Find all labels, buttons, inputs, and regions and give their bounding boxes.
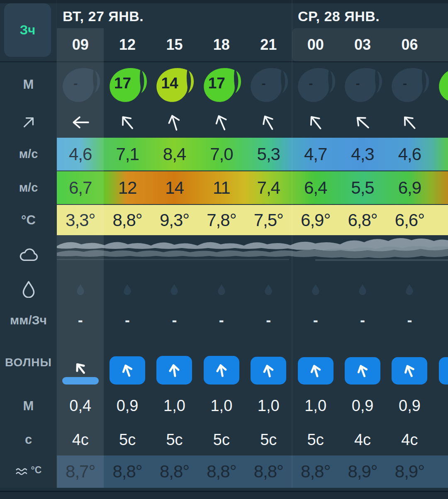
hour-cell[interactable]: 15 [151,28,198,61]
water-temp-cell[interactable]: 8,8° [292,455,339,488]
wave-dir-cell[interactable] [386,337,433,388]
kite-cell[interactable] [433,62,448,107]
wave-dir-cell[interactable] [245,337,292,388]
wind-gust-cell[interactable]: 11 [198,171,245,204]
wave-height-cell[interactable]: 1,0 [151,388,198,424]
wave-dir-cell[interactable] [57,337,104,388]
hour-cell[interactable]: 03 [339,28,386,61]
water-temp-cell[interactable]: 8,9° [386,455,433,488]
water-temp-cell[interactable]: 8,9° [339,455,386,488]
hour-cell[interactable] [433,28,448,61]
wind-gust-cell[interactable] [433,171,448,204]
wave-period-cell[interactable]: 5с [245,424,292,455]
wave-height-cell[interactable]: 1,0 [198,388,245,424]
kite-cell[interactable]: - [386,62,433,107]
hour-cell[interactable]: 12 [104,28,151,61]
precip-cell[interactable]: - [151,304,198,337]
wave-dir-cell[interactable] [151,337,198,388]
wind-gust-cell[interactable]: 14 [151,171,198,204]
wind-speed-cell[interactable]: 7,1 [104,138,151,170]
kite-cell[interactable]: - [339,62,386,107]
kite-cell[interactable]: - [245,62,292,107]
wind-gust-cell[interactable]: 6,9 [386,171,433,204]
hour-cell[interactable]: 09 [57,28,104,61]
wave-height-cell[interactable]: 0,4 [57,388,104,424]
wind-gust-cell[interactable]: 12 [104,171,151,204]
precip-drop-cell[interactable] [57,275,104,304]
wind-speed-cell[interactable]: 7,0 [198,138,245,170]
wave-dir-cell[interactable] [198,337,245,388]
wind-speed-cell[interactable]: 7 [433,138,448,170]
water-temp-cell[interactable]: 8,8° [245,455,292,488]
wind-speed-cell[interactable]: 4,6 [386,138,433,170]
hour-cell[interactable]: 21 [245,28,292,61]
air-temp-cell[interactable]: 3,3° [57,205,104,235]
wind-dir-cell[interactable] [198,107,245,138]
precip-cell[interactable]: - [104,304,151,337]
kite-cell[interactable]: - [57,62,104,107]
wave-dir-cell[interactable] [433,337,448,388]
air-temp-cell[interactable]: 6,9° [292,205,339,235]
precip-cell[interactable]: - [292,304,339,337]
precip-cell[interactable]: - [57,304,104,337]
hour-cell[interactable]: 06 [386,28,433,61]
wave-period-cell[interactable] [433,424,448,455]
water-temp-cell[interactable]: 8,7° [57,455,104,488]
precip-drop-cell[interactable] [433,275,448,304]
wave-height-cell[interactable] [433,388,448,424]
wave-period-cell[interactable]: 5с [198,424,245,455]
wind-gust-cell[interactable]: 7,4 [245,171,292,204]
wind-dir-cell[interactable] [104,107,151,138]
wave-dir-cell[interactable] [292,337,339,388]
wave-period-cell[interactable]: 4с [386,424,433,455]
wave-dir-cell[interactable] [339,337,386,388]
precip-cell[interactable]: - [245,304,292,337]
wind-speed-cell[interactable]: 5,3 [245,138,292,170]
precip-drop-cell[interactable] [104,275,151,304]
precip-drop-cell[interactable] [151,275,198,304]
kite-cell[interactable]: - [292,62,339,107]
wind-speed-cell[interactable]: 4,7 [292,138,339,170]
wind-gust-cell[interactable]: 6,4 [292,171,339,204]
wind-dir-cell[interactable] [386,107,433,138]
wave-height-cell[interactable]: 0,9 [104,388,151,424]
precip-drop-cell[interactable] [198,275,245,304]
wind-dir-cell[interactable] [292,107,339,138]
wave-period-cell[interactable]: 5с [104,424,151,455]
hour-cell[interactable]: 00 [292,28,339,61]
precip-drop-cell[interactable] [292,275,339,304]
wave-dir-cell[interactable] [104,337,151,388]
wave-height-cell[interactable]: 1,0 [245,388,292,424]
wind-speed-cell[interactable]: 4,3 [339,138,386,170]
wave-height-cell[interactable]: 0,9 [339,388,386,424]
air-temp-cell[interactable]: 9,3° [151,205,198,235]
precip-drop-cell[interactable] [245,275,292,304]
wind-dir-cell[interactable] [339,107,386,138]
wind-dir-cell[interactable] [245,107,292,138]
hour-cell[interactable]: 18 [198,28,245,61]
wind-dir-cell[interactable] [57,107,104,138]
wave-period-cell[interactable]: 5с [151,424,198,455]
precip-cell[interactable] [433,304,448,337]
wave-period-cell[interactable]: 4с [57,424,104,455]
air-temp-cell[interactable]: 7,8° [198,205,245,235]
water-temp-cell[interactable]: 8,8° [151,455,198,488]
wave-period-cell[interactable]: 4с [339,424,386,455]
wind-dir-cell[interactable] [433,107,448,138]
water-temp-cell[interactable]: 8 [433,455,448,488]
air-temp-cell[interactable]: 6,6° [386,205,433,235]
wind-gust-cell[interactable]: 6,7 [57,171,104,204]
air-temp-cell[interactable]: 7 [433,205,448,235]
wave-height-cell[interactable]: 0,9 [386,388,433,424]
water-temp-cell[interactable]: 8,8° [104,455,151,488]
precip-drop-cell[interactable] [339,275,386,304]
kite-cell[interactable]: 17 [104,62,151,107]
air-temp-cell[interactable]: 7,5° [245,205,292,235]
wind-gust-cell[interactable]: 5,5 [339,171,386,204]
wind-dir-cell[interactable] [151,107,198,138]
wind-speed-cell[interactable]: 4,6 [57,138,104,170]
air-temp-cell[interactable]: 8,8° [104,205,151,235]
kite-cell[interactable]: 17 [198,62,245,107]
kite-cell[interactable]: 14 [151,62,198,107]
precip-cell[interactable]: - [339,304,386,337]
